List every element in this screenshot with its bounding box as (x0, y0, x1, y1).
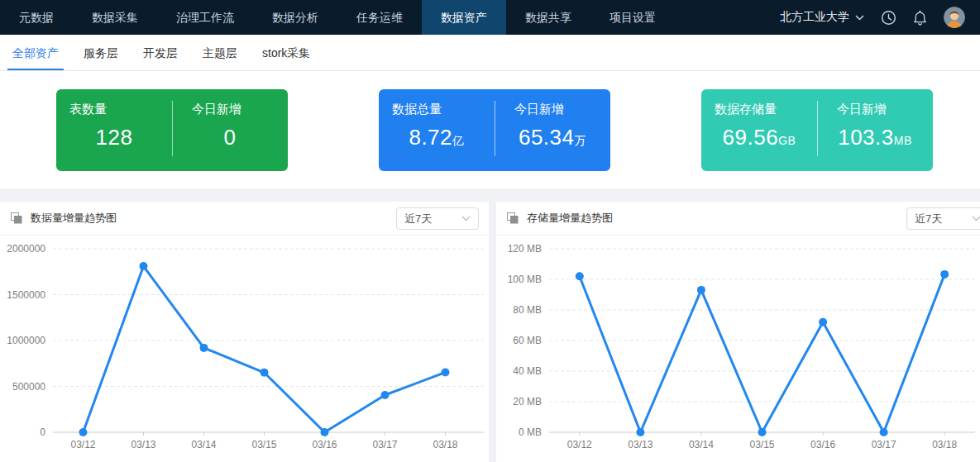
stat-value: 128 (96, 125, 133, 150)
svg-text:03/17: 03/17 (372, 439, 397, 450)
stat-label: 数据存储量 (715, 102, 817, 117)
stat-value: 103.3MB (838, 125, 912, 150)
svg-text:2000000: 2000000 (7, 243, 45, 255)
stat-value: 0 (224, 125, 237, 150)
tab[interactable]: 服务层 (79, 35, 123, 70)
pages-icon (506, 212, 519, 225)
svg-text:03/16: 03/16 (312, 439, 337, 450)
asset-tabs: 全部资产服务层开发层主题层stork采集 (0, 35, 980, 71)
svg-text:03/18: 03/18 (932, 439, 957, 450)
stat-card-half: 数据总量8.72亿 (379, 89, 495, 171)
svg-text:03/14: 03/14 (689, 439, 714, 450)
stat-card-half: 今日新增103.3MB (817, 89, 933, 171)
stat-unit: 亿 (452, 134, 465, 147)
svg-text:500000: 500000 (12, 381, 45, 393)
stat-label: 今日新增 (837, 102, 933, 117)
svg-text:120 MB: 120 MB (508, 243, 542, 255)
stat-card: 数据总量8.72亿今日新增65.34万 (379, 89, 610, 171)
svg-text:0 MB: 0 MB (519, 426, 542, 438)
stat-card-half: 今日新增0 (172, 89, 288, 171)
stat-value: 69.56GB (723, 125, 796, 150)
data-volume-trend-chart[interactable]: 050000010000001500000200000003/1203/1303… (0, 236, 489, 460)
stat-value: 8.72亿 (409, 125, 464, 150)
range-select[interactable]: 近7天 (906, 207, 980, 230)
svg-text:03/12: 03/12 (567, 439, 592, 450)
storage-trend-panel: 存储量增量趋势图 近7天 0 MB20 MB40 MB60 MB80 MB100… (496, 202, 980, 462)
svg-text:1500000: 1500000 (7, 289, 45, 301)
stat-unit: 万 (575, 134, 587, 147)
data-asset-dashboard: 元数据数据采集治理工作流数据分析任务运维数据资产数据共享项目设置 北方工业大学 (0, 0, 980, 462)
bell-icon[interactable] (913, 10, 927, 26)
user-menu[interactable]: 北方工业大学 (780, 10, 864, 25)
svg-text:03/13: 03/13 (131, 439, 155, 450)
stat-card: 数据存储量69.56GB今日新增103.3MB (701, 89, 933, 171)
svg-text:03/15: 03/15 (749, 439, 774, 450)
nav-item[interactable]: 元数据 (0, 0, 73, 35)
avatar[interactable] (944, 7, 965, 28)
nav-right: 北方工业大学 (780, 7, 980, 28)
nav-item[interactable]: 数据采集 (73, 0, 157, 35)
stat-label: 表数量 (69, 102, 172, 117)
svg-text:100 MB: 100 MB (508, 274, 542, 285)
nav-item[interactable]: 数据分析 (253, 0, 337, 35)
storage-trend-chart[interactable]: 0 MB20 MB40 MB60 MB80 MB100 MB120 MB03/1… (496, 236, 980, 460)
tab[interactable]: stork采集 (257, 35, 315, 70)
chevron-down-icon (855, 15, 864, 21)
svg-text:03/13: 03/13 (628, 439, 653, 450)
nav-item[interactable]: 治理工作流 (157, 0, 253, 35)
tab[interactable]: 开发层 (138, 35, 183, 70)
panel-header: 数据量增量趋势图 近7天 (0, 202, 489, 236)
svg-text:03/12: 03/12 (70, 439, 95, 450)
nav-item[interactable]: 数据资产 (422, 0, 506, 35)
nav-item[interactable]: 项目设置 (590, 0, 675, 35)
svg-text:80 MB: 80 MB (513, 304, 542, 316)
nav-item[interactable]: 数据共享 (506, 0, 590, 35)
panel-title: 存储量增量趋势图 (527, 211, 613, 226)
clock-icon[interactable] (881, 10, 896, 26)
data-volume-trend-panel: 数据量增量趋势图 近7天 050000010000001500000200000… (0, 202, 489, 462)
svg-text:03/18: 03/18 (433, 439, 457, 450)
tab[interactable]: 主题层 (198, 35, 242, 70)
svg-text:1000000: 1000000 (7, 335, 45, 346)
stat-unit: MB (894, 134, 912, 147)
charts-row: 数据量增量趋势图 近7天 050000010000001500000200000… (0, 202, 980, 462)
stat-card-half: 表数量128 (56, 89, 172, 171)
range-select[interactable]: 近7天 (396, 207, 479, 230)
card-divider (495, 101, 495, 156)
svg-text:0: 0 (40, 426, 45, 438)
panel-title: 数据量增量趋势图 (31, 211, 117, 226)
stat-cards: 表数量128今日新增0数据总量8.72亿今日新增65.34万数据存储量69.56… (0, 71, 980, 188)
card-divider (817, 101, 818, 156)
svg-text:03/15: 03/15 (251, 439, 276, 450)
stat-label: 数据总量 (392, 102, 495, 117)
stat-card-half: 今日新增65.34万 (495, 89, 610, 171)
card-divider (172, 101, 173, 156)
stat-card: 表数量128今日新增0 (56, 89, 288, 171)
stat-value: 65.34万 (519, 125, 586, 150)
pages-icon (10, 212, 23, 225)
chevron-down-icon (461, 216, 471, 221)
svg-text:60 MB: 60 MB (513, 335, 542, 346)
range-select-value: 近7天 (915, 212, 942, 226)
svg-text:03/14: 03/14 (191, 439, 216, 450)
stat-label: 今日新增 (514, 102, 610, 117)
user-name: 北方工业大学 (780, 10, 849, 25)
tab[interactable]: 全部资产 (7, 35, 64, 70)
chevron-down-icon (972, 216, 980, 221)
stat-label: 今日新增 (192, 102, 288, 117)
stat-card-half: 数据存储量69.56GB (701, 89, 817, 171)
svg-text:40 MB: 40 MB (513, 365, 542, 377)
range-select-value: 近7天 (404, 212, 432, 226)
nav-menu: 元数据数据采集治理工作流数据分析任务运维数据资产数据共享项目设置 (0, 0, 675, 35)
panel-header: 存储量增量趋势图 近7天 (496, 202, 980, 236)
svg-text:20 MB: 20 MB (513, 396, 542, 407)
top-nav: 元数据数据采集治理工作流数据分析任务运维数据资产数据共享项目设置 北方工业大学 (0, 0, 980, 35)
svg-text:03/17: 03/17 (872, 439, 896, 450)
nav-item[interactable]: 任务运维 (337, 0, 422, 35)
stat-unit: GB (778, 134, 796, 147)
svg-text:03/16: 03/16 (810, 439, 835, 450)
